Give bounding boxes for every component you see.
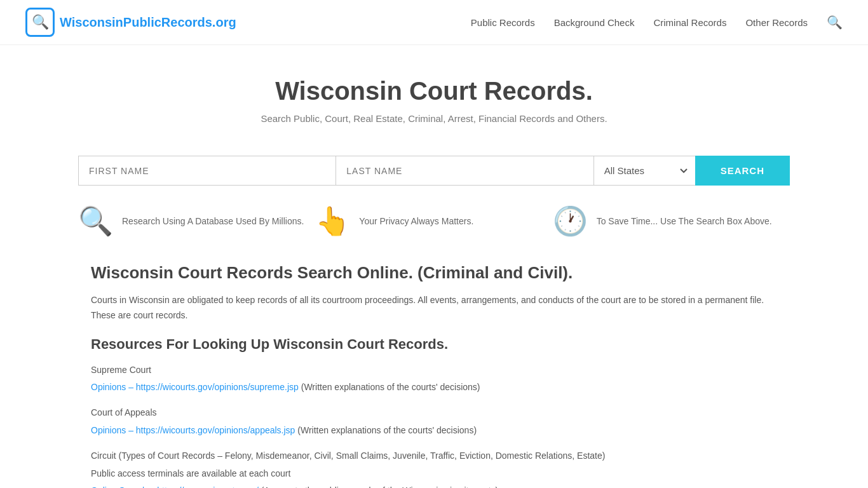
logo-text: WisconsinPublicRecords.org <box>60 15 236 30</box>
supreme-court-note: (Written explanations of the courts' dec… <box>301 382 480 392</box>
resource-court-of-appeals: Court of Appeals Opinions – https://wico… <box>91 405 777 438</box>
circuit-court-note: (Access to the public records of the Wis… <box>261 485 498 488</box>
resource-appeals-title: Court of Appeals <box>91 405 777 421</box>
logo-link[interactable]: 🔍 WisconsinPublicRecords.org <box>25 8 236 37</box>
appeals-court-link[interactable]: Opinions – https://wicourts.gov/opinions… <box>91 425 295 435</box>
hero-subtitle: Search Public, Court, Real Estate, Crimi… <box>13 113 855 124</box>
circuit-court-link[interactable]: Online Search – https://wcca.wicourts.go… <box>91 485 259 488</box>
nav-search-icon[interactable]: 🔍 <box>827 15 843 29</box>
feature-text-privacy: Your Privacy Always Matters. <box>359 215 473 228</box>
resource-supreme-court: Supreme Court Opinions – https://wicourt… <box>91 363 777 396</box>
nav-link-public-records[interactable]: Public Records <box>471 17 535 28</box>
main-content: Wisconsin Court Records Search Online. (… <box>65 263 803 488</box>
last-name-input[interactable] <box>336 156 593 186</box>
section1-heading: Wisconsin Court Records Search Online. (… <box>91 263 777 283</box>
page-title: Wisconsin Court Records. <box>13 77 855 105</box>
nav-link-background-check[interactable]: Background Check <box>554 17 635 28</box>
section1-body: Courts in Wisconsin are obligated to kee… <box>91 293 777 323</box>
feature-item-time: 🕐 To Save Time... Use The Search Box Abo… <box>553 205 790 238</box>
resource-circuit-link-line: Online Search – https://wcca.wicourts.go… <box>91 484 777 488</box>
feature-item-privacy: 👆 Your Privacy Always Matters. <box>315 205 552 238</box>
feature-text-research: Research Using A Database Used By Millio… <box>122 215 304 228</box>
nav-link-criminal-records[interactable]: Criminal Records <box>653 17 726 28</box>
resource-appeals-link-line: Opinions – https://wicourts.gov/opinions… <box>91 423 777 438</box>
section2-heading: Resources For Looking Up Wisconsin Court… <box>91 336 777 353</box>
feature-item-research: 🔍 Research Using A Database Used By Mill… <box>78 205 315 238</box>
feature-text-time: To Save Time... Use The Search Box Above… <box>597 215 772 228</box>
nav-links: Public Records Background Check Criminal… <box>471 15 843 30</box>
navbar: 🔍 WisconsinPublicRecords.org Public Reco… <box>0 0 868 45</box>
resource-supreme-link-line: Opinions – https://wicourts.gov/opinions… <box>91 380 777 395</box>
search-bar: All StatesAlabamaAlaskaArizonaArkansasCa… <box>53 143 815 198</box>
logo-icon: 🔍 <box>25 8 55 37</box>
resource-circuit-court: Circuit (Types of Court Records – Felony… <box>91 449 777 488</box>
resource-circuit-title: Circuit (Types of Court Records – Felony… <box>91 449 777 464</box>
resource-circuit-subtitle: Public access terminals are available at… <box>91 466 777 482</box>
fingerprint-icon: 👆 <box>315 205 350 238</box>
search-button[interactable]: SEARCH <box>695 156 790 186</box>
hero-section: Wisconsin Court Records. Search Public, … <box>0 45 868 143</box>
appeals-court-note: (Written explanations of the courts' dec… <box>297 425 477 435</box>
first-name-input[interactable] <box>78 156 336 186</box>
nav-link-other-records[interactable]: Other Records <box>745 17 808 28</box>
state-select[interactable]: All StatesAlabamaAlaskaArizonaArkansasCa… <box>593 156 695 186</box>
features-row: 🔍 Research Using A Database Used By Mill… <box>53 198 815 263</box>
resource-supreme-title: Supreme Court <box>91 363 777 378</box>
clock-icon: 🕐 <box>553 205 588 238</box>
supreme-court-link[interactable]: Opinions – https://wicourts.gov/opinions… <box>91 382 299 392</box>
search-feature-icon: 🔍 <box>78 205 113 238</box>
